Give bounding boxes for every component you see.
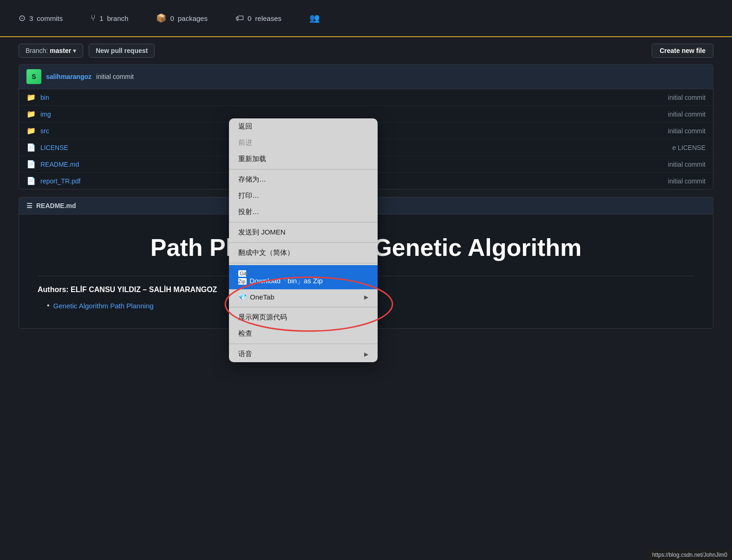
ctx-item-saveas[interactable]: 存储为…: [229, 171, 378, 188]
readme-title-label: README.md: [36, 202, 76, 209]
commits-count: 3: [29, 14, 33, 22]
releases-icon: 🏷: [235, 13, 244, 23]
ctx-item-cast[interactable]: 投射…: [229, 204, 378, 220]
ctx-item-speech[interactable]: 语音 ▶: [229, 346, 378, 362]
file-icon: 📄: [26, 143, 36, 152]
ctx-separator-5: [229, 307, 378, 307]
gitzip-badge: GitZip: [238, 270, 247, 285]
avatar: S: [26, 69, 41, 84]
file-name[interactable]: bin: [40, 94, 133, 101]
contributors-icon: 👥: [309, 13, 320, 23]
onetab-icon: 💎: [238, 293, 247, 301]
ctx-separator-2: [229, 222, 378, 222]
ctx-label-inspect: 检查: [238, 329, 252, 338]
file-name[interactable]: LICENSE: [40, 144, 133, 151]
file-commit: initial commit: [668, 94, 706, 101]
ctx-item-download[interactable]: GitZipDownload「bin」as Zip: [229, 265, 378, 289]
branch-count: 1: [99, 14, 103, 22]
ctx-separator-1: [229, 169, 378, 169]
ctx-label-download: GitZipDownload「bin」as Zip: [238, 269, 323, 286]
file-commit: initial commit: [668, 177, 706, 185]
file-commit: initial commit: [668, 111, 706, 118]
commit-message: initial commit: [96, 73, 134, 80]
action-bar: Branch: master ▾ New pull request Create…: [0, 37, 732, 64]
file-icon: 📄: [26, 176, 36, 185]
file-name[interactable]: src: [40, 127, 133, 135]
bullet-icon: •: [47, 301, 50, 310]
ctx-label-send: 发送到 JOMEN: [238, 228, 286, 237]
table-row[interactable]: 📁 bin initial commit: [19, 89, 713, 106]
create-file-button[interactable]: Create new file: [652, 44, 713, 58]
ctx-label-cast: 投射…: [238, 208, 259, 216]
file-icon: 📄: [26, 160, 36, 169]
branch-selector[interactable]: Branch: master ▾: [19, 44, 83, 58]
ctx-item-onetab[interactable]: 💎OneTab ▶: [229, 289, 378, 305]
ctx-label-forward: 前进: [238, 138, 252, 147]
folder-icon: 📁: [26, 126, 36, 135]
onetab-arrow-icon: ▶: [364, 294, 368, 300]
new-pr-button[interactable]: New pull request: [89, 44, 155, 58]
branch-stat[interactable]: ⑂ 1 branch: [91, 13, 128, 23]
commits-label: commits: [37, 14, 63, 22]
ctx-separator-4: [229, 263, 378, 263]
commit-author[interactable]: salihmarangoz: [46, 73, 92, 80]
file-commit: initial commit: [668, 127, 706, 135]
branch-dropdown-icon: ▾: [73, 47, 76, 54]
releases-count: 0: [248, 14, 251, 22]
ctx-item-forward: 前进: [229, 135, 378, 151]
url-text: https://blog.csdn.net/JohnJim0: [652, 552, 727, 558]
packages-count: 0: [170, 14, 174, 22]
context-menu: 返回 前进 重新加载 存储为… 打印… 投射… 发送到 JOMEN 翻成中文（简…: [229, 118, 378, 362]
packages-stat[interactable]: 📦 0 packages: [156, 13, 208, 23]
branch-label: branch: [107, 14, 129, 22]
ctx-item-inspect[interactable]: 检查: [229, 326, 378, 342]
file-commit: e LICENSE: [672, 144, 706, 151]
file-name[interactable]: README.md: [40, 161, 133, 168]
readme-link[interactable]: Genetic Algorithm Path Planning: [53, 302, 154, 310]
ctx-item-print[interactable]: 打印…: [229, 188, 378, 204]
ctx-separator-3: [229, 242, 378, 243]
ctx-item-translate[interactable]: 翻成中文（简体）: [229, 245, 378, 261]
commit-bar: S salihmarangoz initial commit: [19, 64, 713, 89]
commits-icon: ⊙: [19, 13, 26, 23]
folder-icon: 📁: [26, 110, 36, 118]
folder-icon: 📁: [26, 93, 36, 102]
stats-bar: ⊙ 3 commits ⑂ 1 branch 📦 0 packages 🏷 0 …: [0, 0, 732, 37]
ctx-item-reload[interactable]: 重新加载: [229, 151, 378, 167]
file-name[interactable]: img: [40, 111, 133, 118]
ctx-label-back: 返回: [238, 122, 252, 131]
packages-icon: 📦: [156, 13, 166, 23]
branch-prefix: Branch:: [26, 47, 48, 54]
url-bar: https://blog.csdn.net/JohnJim0: [647, 550, 732, 560]
contributors-stat[interactable]: 👥: [309, 13, 320, 23]
readme-icon: ☰: [26, 202, 33, 209]
ctx-label-speech: 语音: [238, 350, 252, 358]
ctx-label-print: 打印…: [238, 191, 259, 200]
ctx-item-back[interactable]: 返回: [229, 118, 378, 135]
ctx-label-onetab: 💎OneTab: [238, 293, 274, 301]
speech-arrow-icon: ▶: [364, 351, 368, 358]
commits-stat[interactable]: ⊙ 3 commits: [19, 13, 63, 23]
ctx-item-viewsource[interactable]: 显示网页源代码: [229, 309, 378, 326]
ctx-label-viewsource: 显示网页源代码: [238, 313, 287, 322]
releases-label: releases: [255, 14, 281, 22]
ctx-label-saveas: 存储为…: [238, 175, 266, 184]
releases-stat[interactable]: 🏷 0 releases: [235, 13, 281, 23]
ctx-item-send[interactable]: 发送到 JOMEN: [229, 224, 378, 241]
ctx-label-translate: 翻成中文（简体）: [238, 248, 294, 257]
branch-icon: ⑂: [91, 13, 96, 23]
packages-label: packages: [178, 14, 208, 22]
file-name[interactable]: report_TR.pdf: [40, 177, 133, 185]
ctx-label-reload: 重新加载: [238, 155, 266, 163]
ctx-separator-6: [229, 344, 378, 344]
branch-name: master: [50, 47, 71, 54]
file-commit: initial commit: [668, 161, 706, 168]
